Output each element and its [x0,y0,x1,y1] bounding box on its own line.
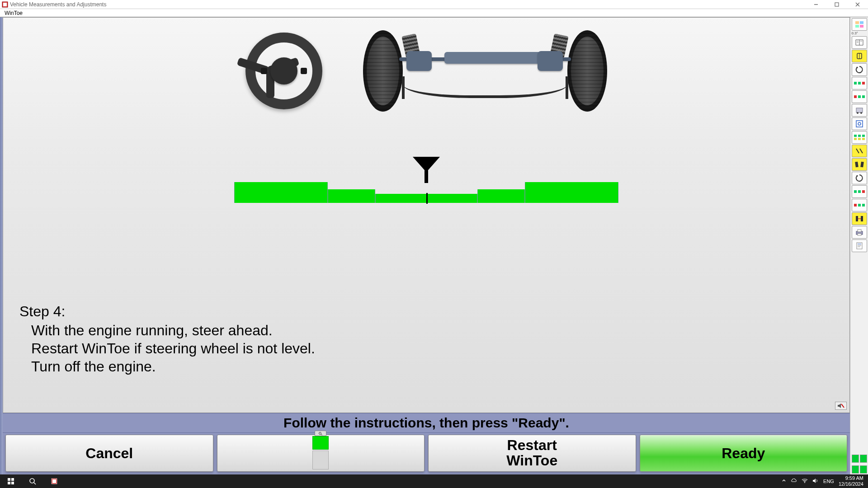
sidebar-illustrate-icon[interactable] [852,50,867,62]
start-button[interactable] [0,474,22,488]
app-icon [2,1,8,8]
tray-wifi-icon[interactable] [802,478,808,484]
svg-rect-38 [862,138,865,140]
sidebar-vehicle-dims-icon[interactable] [852,104,867,117]
sidebar-toe-icon[interactable] [852,212,867,225]
svg-rect-63 [11,482,14,484]
svg-marker-8 [838,404,841,408]
svg-rect-37 [858,138,861,140]
svg-rect-45 [858,190,861,193]
svg-line-9 [841,404,844,408]
sidebar-rear-measurement-icon[interactable] [852,90,867,103]
svg-rect-14 [855,25,859,28]
zoom-toggle-button[interactable] [217,435,425,472]
prompt-bar: Follow the instructions, then press "Rea… [3,413,850,433]
svg-rect-22 [854,82,857,84]
taskbar-app-icon[interactable] [43,474,65,488]
sidebar-bottom-indicators [851,454,868,464]
restart-wintoe-button[interactable]: Restart WinToe [428,435,636,472]
front-axle-graphic [363,30,607,112]
svg-rect-3 [835,3,839,6]
cancel-button-label: Cancel [85,445,133,462]
zoom-green-indicator [312,436,329,450]
svg-rect-24 [862,82,865,84]
svg-rect-15 [860,25,863,28]
svg-rect-12 [855,21,859,24]
svg-marker-43 [856,175,858,177]
svg-rect-48 [858,204,861,206]
svg-rect-36 [854,138,857,140]
maximize-button[interactable] [826,0,847,9]
svg-rect-46 [862,190,865,193]
svg-rect-34 [858,135,861,137]
cancel-button[interactable]: Cancel [5,435,213,472]
svg-rect-26 [858,95,861,98]
tray-language[interactable]: ENG [823,479,834,484]
sidebar-rear2-measurement-icon[interactable] [852,199,867,211]
sensor-right2-icon [860,465,867,474]
window-title: Vehicle Measurements and Adjustments [10,1,106,8]
ready-button[interactable]: Ready [640,435,848,472]
sidebar-camber-icon[interactable] [852,158,867,171]
restart-button-line2: WinToe [506,453,557,469]
svg-rect-27 [862,95,865,98]
tray-onedrive-icon[interactable] [791,479,797,484]
svg-rect-56 [857,243,862,249]
sidebar-spec-book-icon[interactable] [852,36,867,49]
sidebar-measurements-icon[interactable] [852,18,867,31]
gauge-segment [328,189,375,203]
illustration-row [3,30,849,112]
sidebar-refresh2-icon[interactable] [852,172,867,184]
step-line: With the engine running, steer ahead. [19,321,315,339]
svg-point-10 [319,432,321,435]
sidebar-refresh-icon[interactable] [852,63,867,76]
svg-rect-7 [425,170,428,183]
tray-chevron-icon[interactable] [782,479,786,484]
svg-rect-13 [860,21,863,24]
search-button[interactable] [22,474,43,488]
action-button-row: Cancel Restart WinToe Ready [3,433,850,474]
svg-rect-60 [8,478,10,481]
steering-wheel-graphic [245,33,322,109]
sidebar-front2-measurement-icon[interactable] [852,185,867,198]
svg-rect-67 [52,479,56,483]
sidebar-before-after-icon[interactable] [852,131,867,144]
sidebar-front-measurement-icon[interactable] [852,77,867,89]
zoom-grey-indicator [312,450,329,469]
sidebar-print-icon[interactable] [852,226,867,239]
menu-wintoe[interactable]: WinToe [3,9,24,17]
menu-bar: WinToe [0,9,868,17]
svg-rect-25 [854,95,857,98]
system-tray[interactable]: ENG 9:59 AM 12/16/2024 [782,475,868,487]
sidebar-caster-icon[interactable] [852,145,867,157]
taskbar-time: 9:59 AM [839,475,863,481]
sidebar-bottom-indicators2 [851,465,868,474]
sound-toggle-stack[interactable] [835,401,847,410]
svg-rect-35 [862,135,865,137]
svg-rect-33 [854,135,857,137]
svg-rect-54 [858,230,861,232]
window-titlebar: Vehicle Measurements and Adjustments [0,0,868,9]
svg-rect-53 [856,231,863,235]
sensor-right-icon [860,455,867,463]
close-button[interactable] [847,0,868,9]
svg-point-68 [804,482,805,483]
gauge-segment-center [375,194,478,203]
ready-button-label: Ready [722,445,765,462]
taskbar-clock[interactable]: 9:59 AM 12/16/2024 [839,475,865,487]
svg-rect-44 [854,190,857,193]
svg-rect-23 [858,82,861,84]
taskbar-date: 12/16/2024 [839,481,863,487]
sidebar-target-icon[interactable] [852,117,867,130]
svg-rect-19 [857,53,862,59]
svg-rect-41 [855,162,859,168]
prompt-text: Follow the instructions, then press "Rea… [283,415,569,431]
mute-icon[interactable] [835,402,847,410]
tray-volume-icon[interactable] [812,478,819,484]
gauge-indicator-arrow-icon [408,149,444,185]
windows-taskbar: ENG 9:59 AM 12/16/2024 [0,474,868,488]
sidebar-report-icon[interactable] [852,239,867,252]
svg-line-11 [321,434,322,435]
minimize-button[interactable] [806,0,826,9]
svg-rect-31 [856,121,863,127]
